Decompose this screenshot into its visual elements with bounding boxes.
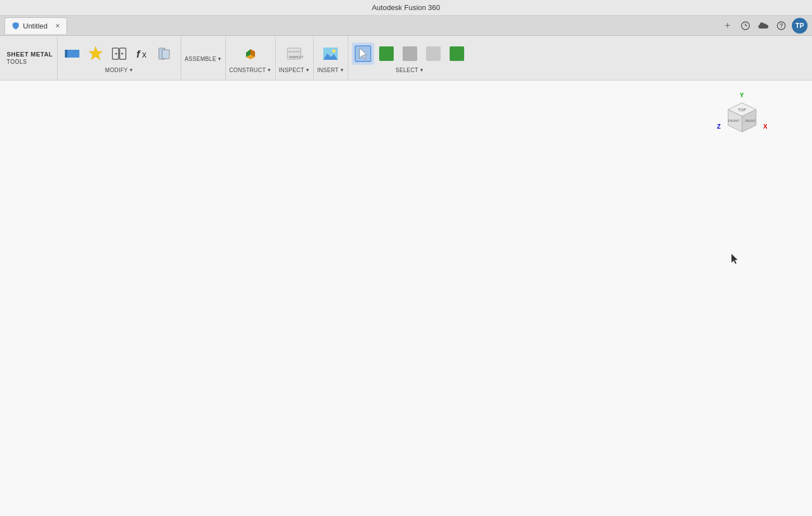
select-box-gray-button[interactable] (422, 42, 445, 65)
svg-rect-39 (450, 46, 464, 61)
svg-text:FRONT: FRONT (728, 119, 740, 122)
fx-button[interactable]: f x (131, 42, 154, 65)
help-icon: ? (777, 21, 786, 30)
svg-rect-17 (162, 50, 169, 59)
svg-text:x: x (142, 50, 147, 59)
svg-rect-36 (379, 46, 394, 61)
title-bar: Autodesk Fusion 360 (0, 0, 812, 16)
sheet-metal-label: SHEET METAL (7, 51, 53, 58)
unfold-button[interactable] (108, 42, 130, 65)
canvas-area[interactable]: Y X Z TOP FRONT RIGHT (0, 81, 812, 516)
star-icon (87, 45, 105, 63)
svg-rect-38 (426, 46, 441, 61)
svg-text:TOP: TOP (738, 108, 747, 112)
construct-button[interactable] (239, 42, 262, 65)
inspect-label: INSPECT ▼ (279, 67, 310, 73)
select-box-outline-icon (401, 45, 419, 63)
assemble-label: ASSEMBLE ▼ (185, 56, 222, 62)
svg-text:?: ? (780, 23, 783, 29)
axis-x-label: X (763, 123, 767, 130)
svg-marker-13 (121, 53, 124, 55)
tools-label: TOOLS (7, 59, 27, 65)
fx-icon: f x (134, 45, 152, 63)
inspect-button[interactable]: INSPECT (283, 42, 305, 65)
svg-point-32 (332, 49, 336, 53)
cloud-icon (758, 22, 768, 30)
modify-dropdown-arrow: ▼ (129, 68, 134, 73)
toolbar: SHEET METAL TOOLS (0, 36, 812, 81)
insert-label: INSERT ▼ (317, 67, 344, 73)
add-tab-button[interactable]: ＋ (720, 18, 735, 33)
app-title: Autodesk Fusion 360 (372, 3, 440, 12)
construct-section: CONSTRUCT ▼ (226, 36, 276, 80)
insert-section: INSERT ▼ (314, 36, 348, 80)
pattern-button[interactable] (155, 42, 177, 65)
tab-bar-controls: ＋ ? TP (720, 18, 808, 34)
svg-text:INSPECT: INSPECT (289, 55, 303, 59)
cloud-button[interactable] (756, 18, 771, 33)
unfold-icon (110, 45, 128, 63)
construct-items (239, 42, 262, 65)
svg-text:f: f (136, 49, 141, 60)
assemble-dropdown-arrow: ▼ (218, 56, 222, 61)
select-box-green-button[interactable] (375, 42, 398, 65)
modify-items: f x (61, 42, 177, 65)
pattern-icon (157, 45, 175, 63)
insert-icon (322, 45, 339, 63)
svg-marker-8 (89, 46, 102, 60)
user-avatar-button[interactable]: TP (792, 18, 808, 34)
help-button[interactable]: ? (774, 18, 789, 33)
insert-dropdown-arrow: ▼ (340, 68, 344, 73)
insert-button[interactable] (319, 42, 342, 65)
axis-z-label: Z (717, 123, 721, 130)
select-box-green2-button[interactable] (446, 42, 468, 65)
view-cube-svg: TOP FRONT RIGHT (721, 98, 763, 138)
history-button[interactable] (738, 18, 753, 33)
svg-text:RIGHT: RIGHT (745, 119, 756, 122)
tab-close-button[interactable]: × (55, 21, 60, 30)
inspect-items: INSPECT (283, 42, 305, 65)
svg-rect-6 (65, 50, 67, 58)
tab-bar: Untitled × ＋ ? TP (0, 16, 812, 36)
select-cursor-button[interactable] (352, 42, 374, 65)
select-dropdown-arrow: ▼ (419, 68, 424, 73)
modify-section: f x MODIFY ▼ (58, 36, 181, 80)
tab-title: Untitled (23, 22, 48, 30)
construct-icon (242, 45, 259, 63)
clock-icon (741, 21, 750, 30)
star-button[interactable] (84, 42, 107, 65)
select-box-gray-icon (424, 45, 442, 63)
construct-dropdown-arrow: ▼ (267, 68, 271, 73)
inspect-icon: INSPECT (285, 45, 303, 63)
shield-icon (12, 22, 20, 30)
document-tab[interactable]: Untitled × (4, 17, 67, 34)
assemble-section: ASSEMBLE ▼ (181, 36, 226, 80)
svg-rect-37 (403, 46, 417, 61)
select-box-green-icon (377, 45, 395, 63)
svg-marker-46 (731, 254, 738, 264)
select-section: SELECT ▼ (348, 36, 471, 80)
inspect-dropdown-arrow: ▼ (305, 68, 310, 73)
cursor-indicator (731, 254, 739, 265)
flange-button[interactable] (61, 42, 83, 65)
view-cube[interactable]: Y X Z TOP FRONT RIGHT (717, 92, 767, 142)
select-cursor-icon (354, 45, 372, 63)
svg-marker-12 (115, 53, 117, 55)
sheet-metal-section: SHEET METAL TOOLS (2, 36, 58, 80)
flange-icon (63, 45, 81, 63)
insert-items (319, 42, 342, 65)
select-label: SELECT ▼ (395, 67, 424, 73)
inspect-section: INSPECT INSPECT ▼ (276, 36, 314, 80)
construct-label: CONSTRUCT ▼ (229, 67, 272, 73)
axis-y-label: Y (740, 92, 744, 98)
select-items (352, 42, 468, 65)
select-box-outline-button[interactable] (399, 42, 421, 65)
modify-label: MODIFY ▼ (105, 67, 134, 73)
cube-container: Y X Z TOP FRONT RIGHT (717, 92, 767, 142)
select-box-green2-icon (448, 45, 466, 63)
